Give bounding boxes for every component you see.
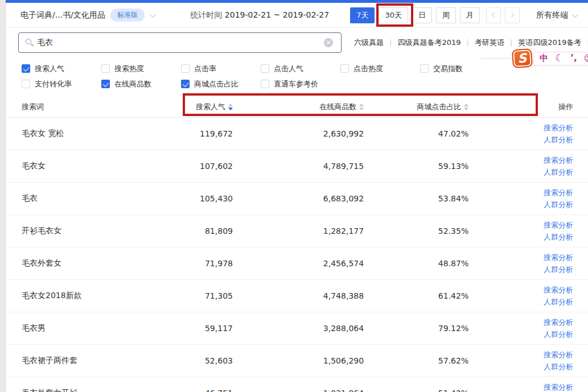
mall-click-ratio-cell: 53.84%: [364, 194, 468, 203]
table-row: 毛衣女 宽松 119,672 2,630,992 47.02% 搜索分析人群分析: [6, 118, 588, 150]
filter-search-heat[interactable]: 搜索热度: [101, 64, 181, 74]
ime-language-icon[interactable]: 中: [540, 54, 548, 63]
search-popularity-cell: 119,672: [175, 129, 233, 138]
terminal-selector-label: 所有终端: [536, 10, 568, 20]
crowd-analysis-link[interactable]: 人群分析: [468, 199, 573, 211]
search-popularity-cell: 52,603: [175, 356, 233, 365]
search-analysis-link[interactable]: 搜索分析: [468, 219, 573, 231]
checkbox-icon[interactable]: [420, 64, 429, 73]
category-breadcrumb: 电子词典/...书/文化用品: [20, 10, 105, 20]
period-button-week[interactable]: 周: [436, 7, 456, 23]
search-analysis-link[interactable]: 搜索分析: [468, 316, 573, 328]
hot-keyword-link[interactable]: 考研英语: [460, 38, 504, 48]
column-header-search-popularity[interactable]: 搜索人气: [175, 102, 233, 112]
table-row: 毛衣外套女 71,978 2,456,574 48.87% 搜索分析人群分析: [6, 247, 588, 280]
punctuation-icon[interactable]: ’,: [570, 54, 577, 63]
keywords-table: 搜索词 搜索人气 在线商品数 商城点击占比 操作 毛衣女 宽松 119,672 …: [6, 97, 588, 392]
crowd-analysis-link[interactable]: 人群分析: [468, 361, 573, 373]
filter-mall-click-ratio[interactable]: 商城点击占比: [181, 79, 261, 89]
filter-click-popularity[interactable]: 点击人气: [261, 64, 340, 74]
chevron-down-icon[interactable]: [150, 11, 156, 17]
online-products-cell: 2,456,574: [233, 259, 364, 268]
stat-time: 统计时间 2019-02-21 ~ 2019-02-27: [190, 10, 329, 20]
table-row: 毛衣外套女开衫 46,751 1,831,864 51.42% 搜索分析人群分析: [6, 377, 588, 392]
search-analysis-link[interactable]: 搜索分析: [468, 284, 573, 296]
sogou-logo-icon[interactable]: S: [512, 48, 533, 68]
search-analysis-link[interactable]: 搜索分析: [468, 251, 573, 263]
emoji-icon[interactable]: ☺: [584, 54, 588, 63]
checkbox-icon[interactable]: [340, 64, 349, 73]
prev-period-button[interactable]: [486, 7, 501, 23]
period-button-30d[interactable]: 30天: [379, 7, 408, 23]
date-pager: [486, 7, 520, 23]
crowd-analysis-link[interactable]: 人群分析: [468, 134, 573, 146]
online-products-cell: 1,506,290: [233, 356, 364, 365]
crowd-analysis-link[interactable]: 人群分析: [468, 328, 573, 340]
search-analysis-link[interactable]: 搜索分析: [468, 349, 573, 361]
version-badge[interactable]: 标准版: [110, 9, 145, 22]
table-row: 毛衣 105,430 6,683,092 53.84% 搜索分析人群分析: [6, 183, 588, 215]
online-products-cell: 4,748,388: [233, 291, 364, 300]
app-window: 电子词典/...书/文化用品 标准版 统计时间 2019-02-21 ~ 201…: [0, 0, 588, 392]
checkbox-icon[interactable]: [261, 64, 269, 73]
search-analysis-link[interactable]: 搜索分析: [468, 381, 573, 392]
hot-keywords: 六级真题 四级真题备考2019 考研英语 英语四级2019备考 书: [354, 38, 588, 48]
checkbox-icon[interactable]: [181, 64, 190, 73]
column-header-keyword: 搜索词: [22, 102, 175, 112]
category-selector[interactable]: 电子词典/...书/文化用品 标准版: [20, 9, 154, 22]
online-products-cell: 3,288,064: [233, 324, 364, 333]
search-icon: [26, 39, 31, 44]
window-left-strip: [0, 0, 6, 392]
checkbox-icon[interactable]: [22, 80, 30, 88]
sort-icon[interactable]: [228, 104, 233, 110]
checkbox-icon[interactable]: [22, 64, 30, 73]
period-button-7d[interactable]: 7天: [350, 7, 375, 23]
hot-keyword-link[interactable]: 书: [581, 38, 588, 48]
online-products-cell: 4,789,715: [233, 162, 364, 171]
filter-online-products[interactable]: 在线商品数: [101, 79, 181, 89]
filter-pay-conversion[interactable]: 支付转化率: [22, 79, 101, 89]
search-popularity-cell: 71,305: [175, 291, 233, 300]
period-button-day[interactable]: 日: [412, 7, 432, 23]
date-range: 2019-02-21 ~ 2019-02-27: [225, 10, 329, 19]
filter-ztc-ref-price[interactable]: 直通车参考价: [261, 79, 340, 89]
checkbox-icon[interactable]: [261, 80, 269, 88]
search-popularity-cell: 46,751: [175, 389, 233, 392]
chevron-left-icon: [492, 13, 497, 18]
next-period-button[interactable]: [505, 7, 520, 23]
checkbox-icon[interactable]: [181, 80, 190, 88]
filter-click-heat[interactable]: 点击热度: [340, 64, 420, 74]
sort-icon[interactable]: [359, 104, 364, 110]
period-button-month[interactable]: 月: [460, 7, 480, 23]
search-box[interactable]: ✕: [18, 32, 342, 53]
search-analysis-link[interactable]: 搜索分析: [468, 154, 573, 166]
clear-search-icon[interactable]: ✕: [324, 38, 333, 47]
topbar: 电子词典/...书/文化用品 标准版 统计时间 2019-02-21 ~ 201…: [6, 3, 588, 28]
column-header-mall-click-ratio[interactable]: 商城点击占比: [364, 102, 468, 112]
hot-keyword-link[interactable]: 六级真题: [354, 38, 384, 48]
online-products-cell: 6,683,092: [233, 194, 364, 203]
hot-keyword-link[interactable]: 英语四级2019备考: [504, 38, 581, 48]
column-header-online-products[interactable]: 在线商品数: [233, 102, 364, 112]
hot-keyword-link[interactable]: 四级真题备考2019: [384, 38, 460, 48]
table-row: 毛衣女2018新款 71,305 4,748,388 61.42% 搜索分析人群…: [6, 280, 588, 312]
checkbox-icon[interactable]: [101, 80, 110, 88]
crowd-analysis-link[interactable]: 人群分析: [468, 263, 573, 275]
terminal-selector[interactable]: 所有终端: [536, 10, 577, 20]
crowd-analysis-link[interactable]: 人群分析: [468, 166, 573, 178]
checkbox-icon[interactable]: [101, 64, 110, 73]
filter-search-popularity[interactable]: 搜索人气: [22, 64, 101, 74]
ime-divider: [481, 58, 512, 59]
sort-icon[interactable]: [464, 104, 468, 110]
search-input[interactable]: [37, 34, 316, 52]
search-analysis-link[interactable]: 搜索分析: [468, 187, 573, 199]
crowd-analysis-link[interactable]: 人群分析: [468, 296, 573, 308]
crowd-analysis-link[interactable]: 人群分析: [468, 231, 573, 243]
search-analysis-link[interactable]: 搜索分析: [468, 122, 573, 134]
table-row: 开衫毛衣女 81,809 1,282,177 52.35% 搜索分析人群分析: [6, 215, 588, 247]
filter-click-rate[interactable]: 点击率: [181, 64, 261, 74]
chevron-down-icon: [572, 11, 578, 17]
search-popularity-cell: 105,430: [175, 194, 233, 203]
moon-icon[interactable]: ☾: [555, 53, 564, 63]
column-header-actions: 操作: [558, 102, 573, 111]
